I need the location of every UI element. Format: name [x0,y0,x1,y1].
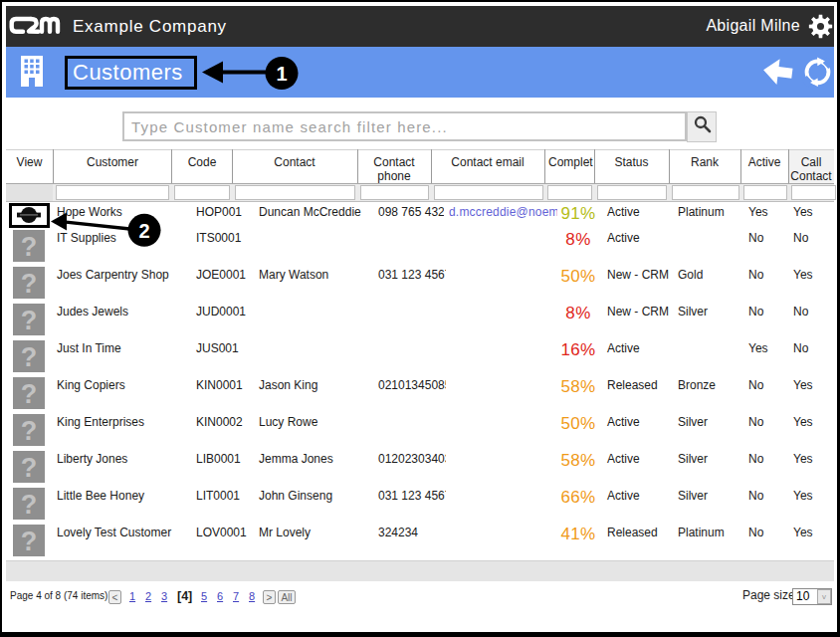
svg-text:1: 1 [276,63,287,85]
svg-text:2: 2 [138,220,149,242]
